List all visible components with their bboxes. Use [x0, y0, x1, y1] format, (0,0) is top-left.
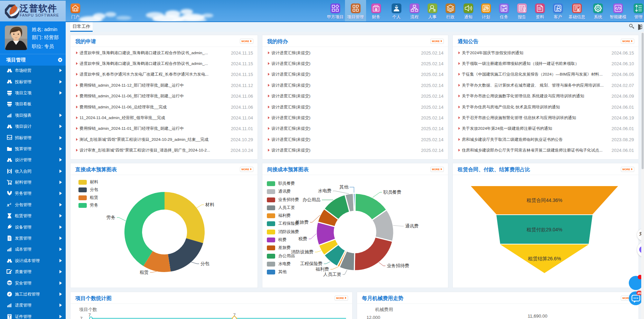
svg-text:7: 7 [80, 316, 82, 319]
svg-text:差旅费: 差旅费 [295, 220, 309, 225]
svg-text:x: x [7, 202, 10, 207]
svg-text:租赁结算26.6%: 租赁结算26.6% [528, 256, 561, 261]
svg-text:机械费用: 机械费用 [375, 307, 393, 312]
svg-text:通讯费: 通讯费 [405, 223, 419, 229]
svg-text:材料: 材料 [205, 202, 214, 207]
svg-text:办公用品: 办公用品 [302, 197, 320, 202]
svg-text:租赁合同44.36%: 租赁合同44.36% [526, 197, 562, 203]
svg-text:项目个数: 项目个数 [79, 307, 97, 312]
svg-text:11,690.00: 11,690.00 [528, 313, 548, 319]
svg-text:福利费: 福利费 [315, 267, 329, 272]
svg-text:人员工资: 人员工资 [323, 272, 341, 277]
svg-text:税费: 税费 [298, 236, 307, 241]
svg-text:租赁付款29.04%: 租赁付款29.04% [526, 227, 562, 232]
svg-text:FANPU SOFTWARE: FANPU SOFTWARE [20, 13, 59, 17]
svg-text:其他: 其他 [339, 184, 349, 190]
svg-text:2: 2 [10, 202, 11, 205]
svg-text:12,000: 12,000 [366, 315, 380, 319]
svg-text:泛普软件: 泛普软件 [19, 3, 57, 13]
svg-text:工程保险费: 工程保险费 [300, 261, 323, 266]
svg-text:水电费: 水电费 [318, 188, 332, 193]
svg-text:消防设施费: 消防设施费 [291, 249, 314, 254]
svg-text:劳务: 劳务 [106, 215, 115, 220]
svg-text:业务招待费: 业务招待费 [387, 263, 409, 268]
svg-text:租赁: 租赁 [140, 270, 149, 275]
svg-text:分包: 分包 [200, 261, 209, 266]
svg-text:职员餐费: 职员餐费 [383, 190, 401, 195]
